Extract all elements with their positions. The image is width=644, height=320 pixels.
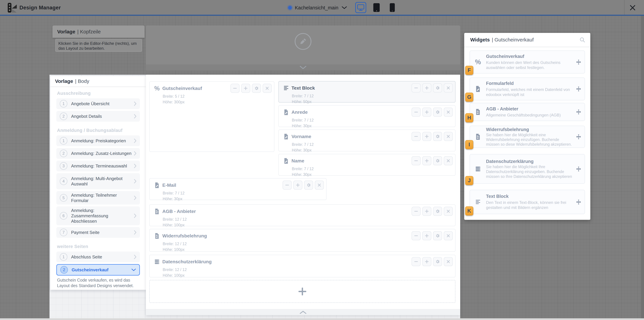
add-block-button[interactable] [149, 280, 456, 303]
block-title: AGB - Anbieter [162, 209, 196, 214]
move-handle-icon[interactable] [576, 109, 582, 115]
grow-button[interactable] [422, 108, 431, 117]
grow-button[interactable] [422, 156, 431, 165]
canvas-block-widerrufsbelehrung[interactable]: Widerrufsbelehrung Breite: 12 / 12Höhe: … [149, 229, 456, 252]
shrink-button[interactable] [282, 181, 292, 190]
remove-button[interactable] [444, 257, 453, 266]
vertical-scrollbar[interactable] [641, 15, 644, 320]
block-meta: Breite: 12 / 12Höhe: 100px [163, 267, 187, 278]
widget-gutscheinverkauf[interactable]: F % Gutscheinverkauf Kunden können den W… [470, 51, 585, 74]
desktop-preview-button[interactable] [355, 2, 366, 13]
settings-button[interactable] [433, 207, 442, 216]
app-title: Design Manager [20, 5, 61, 11]
settings-button[interactable] [433, 156, 442, 165]
sidebar-item-gutscheinverkauf[interactable]: 2 Gutscheinverkauf [56, 264, 140, 275]
shrink-button[interactable] [412, 207, 420, 216]
kopfzeile-expand-button[interactable] [146, 64, 460, 71]
widgets-panel-title: Widgets | Gutscheinverkauf [464, 33, 590, 47]
canvas-block-gutscheinverkauf[interactable]: % Gutscheinverkauf Breite: 5 / 12Höhe: 3… [149, 81, 274, 152]
settings-button[interactable] [433, 231, 442, 240]
mobile-preview-button[interactable] [387, 2, 398, 13]
shrink-button[interactable] [412, 231, 420, 240]
plus-icon [298, 287, 307, 296]
sidebar-item-termineauswahl[interactable]: 3 Anmeldung: Termineauswahl [56, 161, 140, 171]
sidebar-item-angebot-details[interactable]: 2 Angebot Details [56, 111, 140, 122]
grow-button[interactable] [422, 257, 431, 266]
move-handle-icon[interactable] [576, 134, 582, 140]
chevron-down-icon [131, 268, 136, 271]
settings-button[interactable] [433, 257, 442, 266]
block-meta: Breite: 7 / 12Höhe: 50px [292, 93, 314, 105]
remove-button[interactable] [263, 84, 272, 93]
remove-button[interactable] [444, 83, 453, 93]
grow-button[interactable] [241, 84, 250, 93]
shrink-button[interactable] [230, 84, 240, 93]
grow-button[interactable] [293, 181, 302, 190]
widget-formularfeld[interactable]: G Formularfeld Formularfeld, welches mit… [470, 78, 585, 100]
item-number: 2 [60, 112, 68, 120]
sidebar-item-payment-seite[interactable]: 7 Payment Seite [56, 227, 140, 238]
section-label-ausschreibung: Ausschreibung [57, 91, 140, 96]
sidebar-item-abschluss-seite[interactable]: 1 Abschluss Seite [56, 251, 140, 262]
percent-icon: % [470, 58, 486, 66]
move-handle-icon[interactable] [576, 199, 582, 205]
sidebar-item-zusammenfassung[interactable]: 6 Anmeldung: Zusammenfassung Abschliesse… [56, 206, 140, 225]
remove-button[interactable] [444, 108, 453, 117]
grow-button[interactable] [422, 207, 431, 216]
chevron-up-icon [300, 310, 306, 314]
shrink-button[interactable] [412, 257, 420, 266]
item-label: Angebot Details [71, 114, 134, 119]
sidebar-item-teilnehmer-formular[interactable]: 5 Anmeldung: Teilnehmer Formular [56, 191, 140, 205]
grow-button[interactable] [422, 83, 431, 93]
widget-agb-anbieter[interactable]: H AGB - Anbieter Allgemeine Geschäftsbed… [470, 103, 585, 121]
horizontal-scrollbar[interactable] [0, 318, 644, 320]
canvas-collapse-button[interactable] [146, 309, 460, 315]
canvas-block-email[interactable]: E-Mail Breite: 7 / 12Höhe: 30px [149, 178, 326, 200]
close-button[interactable] [628, 4, 638, 12]
form-field-icon [154, 182, 160, 189]
shrink-button[interactable] [412, 132, 420, 141]
settings-button[interactable] [433, 108, 442, 117]
shrink-button[interactable] [412, 83, 420, 93]
remove-button[interactable] [444, 231, 453, 240]
sidebar-item-multi-angebot[interactable]: 4 Anmeldung: Multi-Angebot Auswahl [56, 173, 140, 189]
layout-editor-canvas[interactable]: % Gutscheinverkauf Breite: 5 / 12Höhe: 3… [146, 75, 460, 315]
canvas-block-anrede[interactable]: Anrede Breite: 7 / 12Höhe: 30px [278, 105, 456, 127]
settings-button[interactable] [433, 132, 442, 141]
shrink-button[interactable] [412, 156, 420, 165]
canvas-block-vorname[interactable]: Vorname Breite: 7 / 12Höhe: 30px [278, 130, 456, 151]
remove-button[interactable] [444, 132, 453, 141]
canvas-block-text-block[interactable]: Text Block Breite: 7 / 12Höhe: 50px [278, 81, 456, 103]
item-number: 1 [60, 253, 68, 261]
move-handle-icon[interactable] [576, 166, 582, 172]
move-handle-icon[interactable] [576, 59, 582, 65]
sidebar-item-zusatz-leistungen[interactable]: 2 Anmeldung: Zusatz-Leistungen [56, 148, 140, 159]
view-selector-dropdown[interactable]: Kachelansicht_main [288, 3, 347, 13]
canvas-block-agb-anbieter[interactable]: AGB - Anbieter Breite: 12 / 12Höhe: 100p… [149, 204, 456, 226]
chevron-right-icon [134, 114, 136, 119]
grow-button[interactable] [422, 231, 431, 240]
settings-button[interactable] [252, 84, 261, 93]
widget-description: Kunden können den Wert des Gutscheins au… [486, 60, 573, 70]
canvas-block-name[interactable]: Name Breite: 7 / 12Höhe: 30px [278, 154, 456, 176]
widget-text-block[interactable]: K Text Block Den Text in einem Text-Bloc… [470, 190, 585, 214]
item-label: Abschluss Seite [71, 254, 134, 260]
block-controls [412, 132, 453, 141]
settings-button[interactable] [433, 83, 442, 93]
block-title: Name [292, 158, 304, 164]
widget-datenschutzerklaerung[interactable]: J Datenschutzerklärung Sie haben hier di… [470, 154, 585, 184]
remove-button[interactable] [444, 207, 453, 216]
remove-button[interactable] [315, 181, 324, 190]
shrink-button[interactable] [412, 108, 420, 117]
remove-button[interactable] [444, 156, 453, 165]
canvas-block-datenschutzerklaerung[interactable]: Datenschutzerklärung Breite: 12 / 12Höhe… [149, 255, 456, 277]
move-handle-icon[interactable] [576, 86, 582, 92]
sidebar-item-preiskategorien[interactable]: 1 Anmeldung: Preiskategorien [56, 135, 140, 146]
kopfzeile-template-area[interactable]: Hier klicken, um den Editor zu öffnen un… [146, 26, 460, 71]
grow-button[interactable] [422, 132, 431, 141]
tablet-preview-button[interactable] [371, 2, 382, 13]
settings-button[interactable] [304, 181, 313, 190]
sidebar-item-angebote-uebersicht[interactable]: 1 Angebote Übersicht [56, 98, 140, 109]
search-icon[interactable] [579, 37, 585, 43]
widget-widerrufsbelehrung[interactable]: I Widerrufsbelehrung Sie haben hier die … [470, 126, 585, 148]
